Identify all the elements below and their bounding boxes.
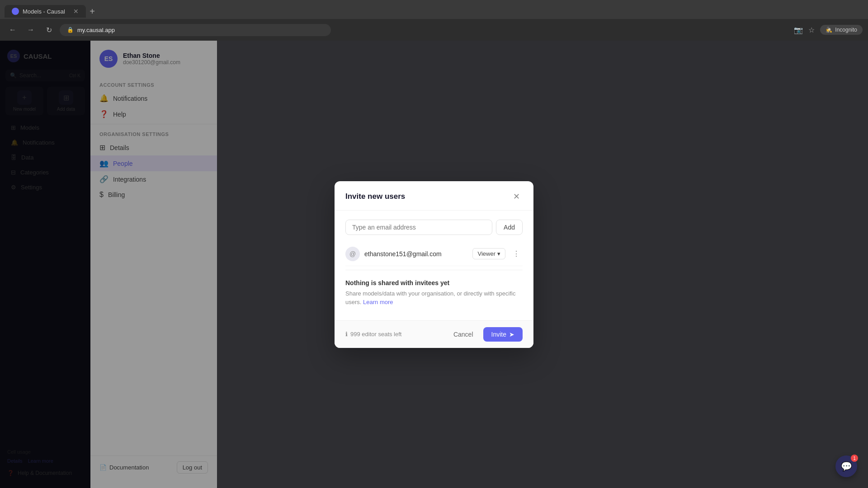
modal-overlay: Invite new users ✕ Add @ ethanstone151@g… bbox=[0, 41, 868, 488]
empty-state: Nothing is shared with invitees yet Shar… bbox=[345, 270, 523, 311]
address-text: my.causal.app bbox=[77, 27, 115, 33]
more-options-button[interactable]: ⋮ bbox=[510, 248, 523, 260]
chat-widget[interactable]: 💬 1 bbox=[835, 455, 857, 477]
modal-footer: ℹ 999 editor seats left Cancel Invite ➤ bbox=[335, 320, 533, 348]
footer-actions: Cancel Invite ➤ bbox=[448, 327, 523, 342]
app-container: ES CAUSAL 🔍 Search... Ctrl K + New model… bbox=[0, 41, 868, 488]
tab-close-button[interactable]: ✕ bbox=[73, 8, 79, 15]
add-button[interactable]: Add bbox=[496, 220, 523, 235]
invite-button-label: Invite bbox=[491, 331, 506, 338]
bookmark-icon[interactable]: ☆ bbox=[808, 26, 815, 34]
modal-close-button[interactable]: ✕ bbox=[510, 190, 523, 203]
info-icon: ℹ bbox=[345, 331, 348, 338]
back-button[interactable]: ← bbox=[5, 23, 20, 37]
empty-state-title: Nothing is shared with invitees yet bbox=[345, 279, 523, 286]
role-label: Viewer bbox=[477, 250, 495, 257]
seats-text: 999 editor seats left bbox=[350, 331, 401, 338]
browser-nav: ← → ↻ 🔒 my.causal.app 📷 ☆ 🕵 Incognito bbox=[0, 19, 868, 41]
empty-state-desc: Share models/data with your organisation… bbox=[345, 289, 523, 307]
camera-icon: 📷 bbox=[794, 26, 803, 34]
invitee-email: ethanstone151@gmail.com bbox=[364, 250, 468, 258]
chat-badge: 1 bbox=[851, 455, 858, 462]
seats-info: ℹ 999 editor seats left bbox=[345, 331, 401, 338]
email-input[interactable] bbox=[345, 220, 492, 235]
tab-title: Models - Causal bbox=[23, 8, 65, 15]
learn-more-link[interactable]: Learn more bbox=[363, 299, 393, 305]
reload-button[interactable]: ↻ bbox=[42, 23, 56, 37]
modal-header: Invite new users ✕ bbox=[335, 181, 533, 211]
cancel-button[interactable]: Cancel bbox=[448, 328, 479, 341]
new-tab-button[interactable]: + bbox=[86, 5, 99, 18]
browser-actions: 📷 ☆ 🕵 Incognito bbox=[794, 25, 863, 35]
incognito-label: Incognito bbox=[835, 27, 857, 33]
chat-icon: 💬 bbox=[841, 461, 852, 472]
email-input-row: Add bbox=[345, 220, 523, 235]
role-dropdown[interactable]: Viewer ▾ bbox=[472, 248, 505, 259]
incognito-badge: 🕵 Incognito bbox=[820, 25, 863, 35]
lock-icon: 🔒 bbox=[67, 27, 74, 33]
modal-body: Add @ ethanstone151@gmail.com Viewer ▾ ⋮… bbox=[335, 211, 533, 320]
tab-favicon bbox=[12, 8, 19, 15]
invite-modal: Invite new users ✕ Add @ ethanstone151@g… bbox=[335, 181, 533, 348]
invite-button[interactable]: Invite ➤ bbox=[483, 327, 523, 342]
invitee-icon: @ bbox=[345, 247, 360, 261]
dropdown-chevron-icon: ▾ bbox=[497, 250, 500, 257]
modal-title: Invite new users bbox=[345, 192, 405, 201]
invitee-row: @ ethanstone151@gmail.com Viewer ▾ ⋮ bbox=[345, 242, 523, 266]
browser-tabs: Models - Causal ✕ + bbox=[0, 0, 868, 19]
active-tab[interactable]: Models - Causal ✕ bbox=[5, 5, 86, 18]
browser-chrome: Models - Causal ✕ + ← → ↻ 🔒 my.causal.ap… bbox=[0, 0, 868, 41]
send-icon: ➤ bbox=[509, 331, 514, 338]
address-bar[interactable]: 🔒 my.causal.app bbox=[60, 24, 331, 36]
forward-button[interactable]: → bbox=[24, 23, 38, 37]
incognito-icon: 🕵 bbox=[826, 27, 832, 33]
